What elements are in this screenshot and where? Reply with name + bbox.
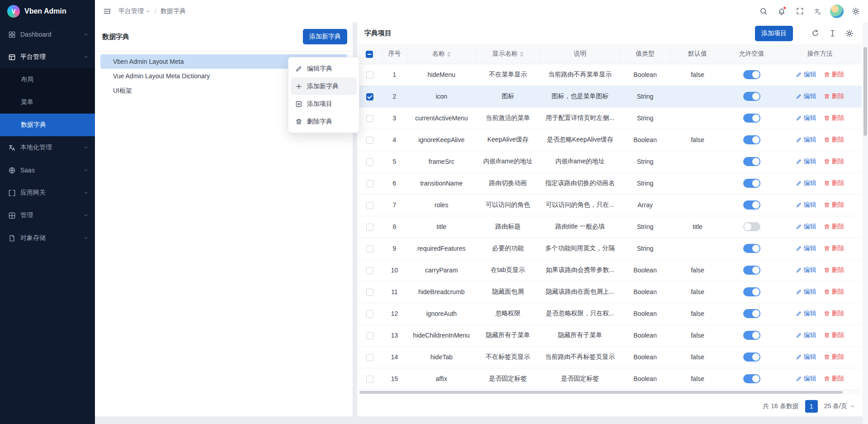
edit-row-button[interactable]: 编辑 [796,310,816,318]
pagination-page-1[interactable]: 1 [805,400,818,413]
delete-row-button[interactable]: 删除 [824,353,844,361]
sort-carets-icon[interactable] [447,52,451,57]
nullable-toggle[interactable] [743,70,760,79]
nullable-toggle[interactable] [743,309,760,318]
row-checkbox[interactable] [366,332,373,339]
row-checkbox[interactable] [366,224,373,231]
delete-row-button[interactable]: 删除 [824,288,844,296]
edit-row-button[interactable]: 编辑 [796,266,816,274]
row-checkbox[interactable] [366,267,373,274]
row-checkbox[interactable] [366,354,373,361]
sidebar-item-locale[interactable]: 本地化管理 [0,136,95,159]
edit-row-button[interactable]: 编辑 [796,201,816,209]
sidebar-item-admin[interactable]: 管理 [0,204,95,227]
delete-row-button[interactable]: 删除 [824,244,844,252]
row-checkbox[interactable] [366,158,373,166]
edit-row-button[interactable]: 编辑 [796,331,816,339]
sidebar-subitem-data-dict[interactable]: 数据字典 [0,114,95,136]
horizontal-scrollbar-thumb[interactable] [359,391,843,394]
horizontal-scrollbar[interactable] [358,390,862,395]
row-height-icon[interactable] [826,27,839,40]
logo[interactable]: V Vben Admin [0,0,95,22]
vertical-scrollbar[interactable] [863,22,868,424]
delete-row-button[interactable]: 删除 [824,266,844,274]
table-header-col[interactable]: 显示名称 [476,44,540,64]
add-item-button[interactable]: 添加项目 [755,26,793,41]
row-checkbox[interactable] [366,71,373,79]
settings-gear-icon[interactable] [843,27,856,40]
page-size-select[interactable]: 25 条/页 [824,402,855,410]
sidebar-item-platform[interactable]: 平台管理 [0,46,95,68]
context-menu-item-add-dict[interactable]: 添加新字典 [291,77,357,95]
delete-row-button[interactable]: 删除 [824,157,844,166]
delete-row-button[interactable]: 删除 [824,331,844,339]
edit-row-button[interactable]: 编辑 [796,136,816,144]
delete-row-button[interactable]: 删除 [824,136,844,144]
sort-carets-icon[interactable] [520,52,524,57]
refresh-icon[interactable] [808,27,822,40]
sidebar-item-gateway[interactable]: 应用网关 [0,181,95,204]
nullable-toggle[interactable] [743,157,760,166]
nullable-toggle[interactable] [743,222,760,231]
edit-row-button[interactable]: 编辑 [796,244,816,252]
sidebar-item-dashboard[interactable]: Dashboard [0,23,95,46]
settings-gear-icon[interactable] [848,4,863,19]
row-checkbox[interactable] [366,376,373,383]
select-all-checkbox[interactable] [366,51,373,58]
sidebar-subitem-layout[interactable]: 布局 [0,68,95,91]
edit-row-button[interactable]: 编辑 [796,375,816,383]
nullable-toggle[interactable] [743,353,760,362]
delete-row-button[interactable]: 删除 [824,223,844,231]
fullscreen-icon[interactable] [792,4,807,19]
nullable-toggle[interactable] [743,179,760,188]
delete-row-button[interactable]: 删除 [824,310,844,318]
nullable-toggle[interactable] [743,135,760,144]
context-menu-item-delete-dict[interactable]: 删除字典 [291,113,357,130]
context-menu-item-add-item[interactable]: 添加项目 [291,95,357,113]
delete-row-button[interactable]: 删除 [824,375,844,383]
menu-fold-icon[interactable] [99,4,115,19]
edit-row-button[interactable]: 编辑 [796,157,816,166]
breadcrumb-item-platform[interactable]: 平台管理 [118,7,151,15]
edit-row-button[interactable]: 编辑 [796,223,816,231]
delete-row-button[interactable]: 删除 [824,179,844,187]
notification-bell-icon[interactable] [774,4,789,19]
edit-row-button[interactable]: 编辑 [796,288,816,296]
avatar[interactable] [830,5,844,18]
edit-row-button[interactable]: 编辑 [796,179,816,187]
row-checkbox[interactable] [366,310,373,318]
nullable-toggle[interactable] [743,114,760,123]
vertical-scrollbar-thumb[interactable] [863,47,867,136]
nullable-toggle[interactable] [743,244,760,253]
delete-row-button[interactable]: 删除 [824,201,844,209]
row-checkbox[interactable] [366,180,373,187]
translate-icon[interactable]: 文A [810,4,826,19]
row-checkbox[interactable] [366,115,373,122]
nullable-toggle[interactable] [743,287,760,296]
edit-row-button[interactable]: 编辑 [796,353,816,361]
nullable-toggle[interactable] [743,200,760,210]
row-checkbox[interactable] [366,202,373,209]
table-header-col[interactable]: 名称 [407,44,476,64]
edit-row-button[interactable]: 编辑 [796,114,816,122]
row-checkbox[interactable] [366,137,373,144]
table-header-col: 允许空值 [725,44,778,64]
nullable-toggle[interactable] [743,374,760,383]
sidebar-item-saas[interactable]: Saas [0,159,95,181]
nullable-toggle[interactable] [743,92,760,101]
edit-row-button[interactable]: 编辑 [796,92,816,100]
nullable-toggle[interactable] [743,331,760,340]
add-dict-button[interactable]: 添加新字典 [303,29,347,44]
row-checkbox[interactable] [366,289,373,296]
delete-row-button[interactable]: 删除 [824,92,844,100]
sidebar-item-storage[interactable]: 对象存储 [0,227,95,249]
sidebar-subitem-menu[interactable]: 菜单 [0,91,95,114]
edit-row-button[interactable]: 编辑 [796,71,816,79]
nullable-toggle[interactable] [743,266,760,275]
search-icon[interactable] [756,4,771,19]
delete-row-button[interactable]: 删除 [824,114,844,122]
context-menu-item-edit-dict[interactable]: 编辑字典 [291,60,357,77]
row-checkbox[interactable] [366,93,373,100]
delete-row-button[interactable]: 删除 [824,71,844,79]
row-checkbox[interactable] [366,245,373,252]
